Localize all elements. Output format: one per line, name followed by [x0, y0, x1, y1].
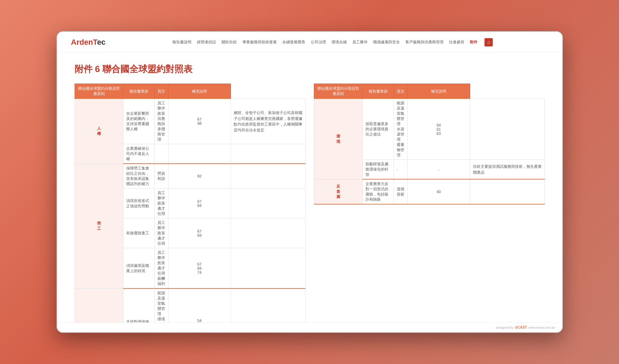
policy-cell: 員工夥伴政策遴才任用 — [154, 218, 168, 248]
home-icon[interactable]: ⌂ — [484, 38, 493, 46]
nav-about[interactable]: 關於欣銓 — [220, 39, 238, 45]
table-row: 人權 在企業影響所及的範圍內，支持並尊重國際人權 員工夥伴政策供應商與承攬商管理… — [75, 99, 305, 144]
supplement-cell — [470, 99, 544, 160]
right-col1-header: 聯合國全球盟約分類及對應原則 — [314, 84, 362, 99]
nav-items: 報告書說明 經營者的話 關於欣銓 專業服務與技術發展 永續發展體系 公司治理 環… — [116, 38, 548, 46]
left-col2-header: 報告書章節 — [123, 84, 154, 99]
footer-logo: Designed by ⊙CAST www.recast.com.tw — [496, 326, 555, 329]
table-row: 環境 採取普遍更多的企業環境責任之做法 能源及溫室氣體管理水資源管理廢棄物管理 … — [314, 99, 544, 160]
left-col3-header: 頁次 — [154, 84, 168, 99]
principle-cell: 鼓勵研發及擴散環保化的科技 — [362, 160, 394, 180]
supplement-cell — [231, 144, 305, 164]
right-table-wrapper: 聯合國全球盟約分類及對應原則 報告書章節 頁次 補充說明 環境 採取普遍更多的企… — [314, 84, 545, 332]
supplement-cell — [470, 179, 544, 204]
category-human-rights: 人權 — [75, 99, 123, 164]
policy-cell: 勞資和諧 — [154, 164, 168, 189]
principle-cell: 保障勞工集會結社之自由，並有效承認集體談判的權力 — [123, 164, 154, 189]
category-environment-right: 環境 — [314, 99, 362, 180]
right-table: 聯合國全球盟約分類及對應原則 報告書章節 頁次 補充說明 環境 採取普遍更多的企… — [314, 84, 545, 205]
policy-cell: 員工夥伴政策遴才任用 — [154, 189, 168, 218]
page-cell: 6798 — [168, 99, 231, 144]
page-cell: 40 — [407, 179, 470, 204]
page-cell: 546163 — [407, 99, 470, 160]
principle-cell: 在企業影響所及的範圍內，支持並尊重國際人權 — [123, 99, 154, 144]
category-labor: 勞工 — [75, 164, 123, 288]
nav-attachment[interactable]: 附件 — [468, 39, 479, 45]
footer-designed-by: Designed by — [496, 326, 513, 329]
policy-cell: - — [394, 160, 407, 180]
logo-ec: ec — [97, 38, 105, 46]
policy-cell: 道德規範 — [394, 179, 407, 204]
policy-cell: 員工夥伴政策遴才任用薪酬福利 — [154, 248, 168, 289]
page-cell: 82 — [168, 164, 231, 189]
logo[interactable]: ArdenTec — [71, 38, 106, 47]
principle-cell: 消弭僱用及職業上的歧視 — [123, 248, 154, 289]
principle-cell: 消弭所有形式之強迫性勞動 — [123, 189, 154, 218]
category-anti-corruption: 反貪腐 — [314, 179, 362, 204]
footer-bar: Designed by ⊙CAST www.recast.com.tw — [57, 322, 562, 332]
nav-ceo[interactable]: 經營者的話 — [196, 39, 217, 45]
nav-sustain[interactable]: 永續發展體系 — [281, 39, 307, 45]
right-col4-header: 補充說明 — [407, 84, 470, 99]
recast-brand: ⊙CAST — [515, 326, 527, 329]
supplement-cell — [231, 164, 305, 189]
page-cell: - — [407, 160, 470, 180]
table-row: 反貪腐 企業應努力反對一切形式的腐敗，包括敲詐和賄賂 道德規範 40 — [314, 179, 544, 204]
policy-cell: 員工夥伴政策供應商與承攬商管理 — [154, 99, 168, 144]
left-table: 聯合國全球盟約分類及對應原則 報告書章節 頁次 補充說明 人權 在企業影響所及的… — [75, 84, 306, 332]
left-table-wrapper: 聯合國全球盟約分類及對應原則 報告書章節 頁次 補充說明 人權 在企業影響所及的… — [75, 84, 306, 332]
nav-service[interactable]: 專業服務與技術發展 — [241, 39, 278, 45]
policy-cell: 能源及溫室氣體管理水資源管理廢棄物管理 — [394, 99, 407, 160]
screen-frame: ArdenTec 報告書說明 經營者的話 關於欣銓 專業服務與技術發展 永續發展… — [57, 31, 563, 333]
nav-employee[interactable]: 員工夥伴 — [351, 39, 369, 45]
right-col2-header: 報告書章節 — [362, 84, 394, 99]
main-content: 附件 6 聯合國全球盟約對照表 聯合國全球盟約分類及對應原則 報告書章節 頁次 … — [57, 53, 562, 332]
page-cell: 6769 — [168, 189, 231, 218]
page-content: ArdenTec 報告書說明 經營者的話 關於欣銓 專業服務與技術發展 永續發展… — [57, 32, 562, 332]
nav-environment[interactable]: 環境永續 — [330, 39, 348, 45]
page-cell: 6769 — [168, 218, 231, 248]
left-col1-header: 聯合國全球盟約分類及對應原則 — [75, 84, 123, 99]
principle-cell: 採取普遍更多的企業環境責任之做法 — [362, 99, 394, 160]
footer-url: www.recast.com.tw — [528, 326, 555, 329]
nav-customer[interactable]: 客戶服務與供應商管理 — [404, 39, 445, 45]
principle-cell: 企業應確保公司內不違反人權 — [123, 144, 154, 164]
principle-cell: 有效廢除童工 — [123, 218, 154, 248]
logo-ardent: ArdenT — [71, 38, 97, 46]
right-col3-header: 頁次 — [394, 84, 407, 99]
supplement-cell: 總部、全智子公司、新加坡子公司及韓國子公司都是人權審查完善國家，各營運據點均在政… — [231, 99, 305, 144]
nav-social[interactable]: 社會參與 — [448, 39, 466, 45]
page-title: 附件 6 聯合國全球盟約對照表 — [75, 63, 545, 75]
supplement-cell — [231, 189, 305, 218]
page-cell — [168, 144, 231, 164]
nav-bar: ArdenTec 報告書說明 經營者的話 關於欣銓 專業服務與技術發展 永續發展… — [57, 32, 562, 53]
tables-container: 聯合國全球盟約分類及對應原則 報告書章節 頁次 補充說明 人權 在企業影響所及的… — [75, 84, 545, 332]
principle-cell: 企業應努力反對一切形式的腐敗，包括敲詐和賄賂 — [362, 179, 394, 204]
nav-governance[interactable]: 公司治理 — [309, 39, 327, 45]
supplement-cell: 欣銓主要提供測試服務與技術，無生產實體產品 — [470, 160, 544, 180]
policy-cell — [154, 144, 168, 164]
left-col4-header: 補充說明 — [168, 84, 231, 99]
page-cell: 676974 — [168, 248, 231, 289]
supplement-cell — [231, 248, 305, 289]
nav-report[interactable]: 報告書說明 — [171, 39, 193, 45]
nav-health[interactable]: 職場健康與安全 — [372, 39, 401, 45]
supplement-cell — [231, 218, 305, 248]
table-row: 勞工 保障勞工集會結社之自由，並有效承認集體談判的權力 勞資和諧 82 — [75, 164, 305, 189]
